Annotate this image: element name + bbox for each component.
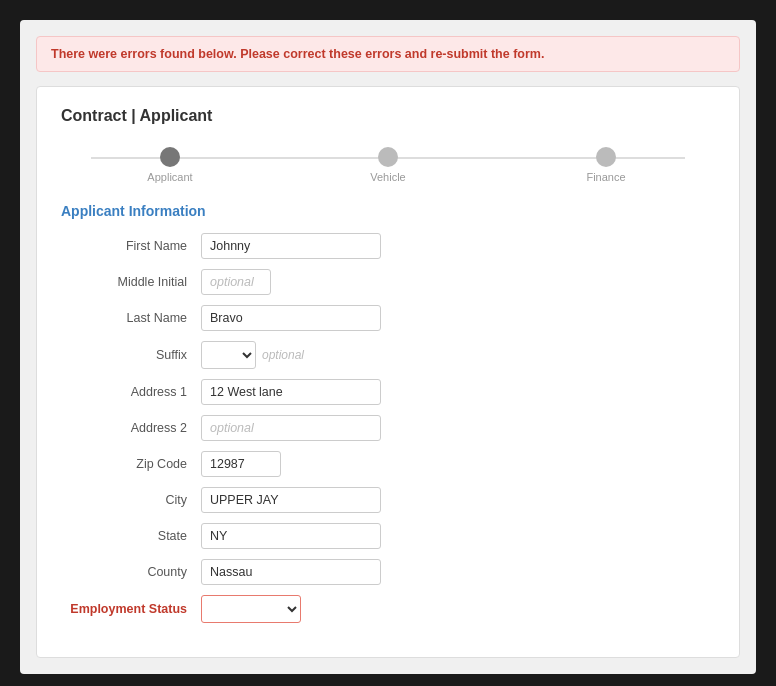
stepper: Applicant Vehicle Finance <box>61 147 715 183</box>
stepper-label-vehicle: Vehicle <box>370 171 405 183</box>
first-name-input[interactable] <box>201 233 381 259</box>
county-label: County <box>61 565 201 579</box>
suffix-row: Suffix Jr Sr II III optional <box>61 341 715 369</box>
state-row: State <box>61 523 715 549</box>
employment-status-select[interactable]: Employed Self-Employed Retired Student O… <box>201 595 301 623</box>
stepper-step-finance: Finance <box>497 147 715 183</box>
card-title-bold: Contract <box>61 107 127 124</box>
stepper-step-vehicle: Vehicle <box>279 147 497 183</box>
stepper-steps: Applicant Vehicle Finance <box>61 147 715 183</box>
zip-row: Zip Code <box>61 451 715 477</box>
middle-initial-label: Middle Initial <box>61 275 201 289</box>
stepper-label-applicant: Applicant <box>147 171 192 183</box>
city-label: City <box>61 493 201 507</box>
address1-input[interactable] <box>201 379 381 405</box>
state-label: State <box>61 529 201 543</box>
address2-row: Address 2 <box>61 415 715 441</box>
county-input[interactable] <box>201 559 381 585</box>
suffix-wrapper: Jr Sr II III optional <box>201 341 304 369</box>
stepper-dot-applicant <box>160 147 180 167</box>
stepper-dot-vehicle <box>378 147 398 167</box>
error-message: There were errors found below. Please co… <box>51 47 544 61</box>
zip-input[interactable] <box>201 451 281 477</box>
state-input[interactable] <box>201 523 381 549</box>
address2-label: Address 2 <box>61 421 201 435</box>
stepper-dot-finance <box>596 147 616 167</box>
suffix-label: Suffix <box>61 348 201 362</box>
card-title-rest: | Applicant <box>127 107 213 124</box>
suffix-select[interactable]: Jr Sr II III <box>201 341 256 369</box>
last-name-label: Last Name <box>61 311 201 325</box>
last-name-input[interactable] <box>201 305 381 331</box>
first-name-row: First Name <box>61 233 715 259</box>
middle-initial-input[interactable] <box>201 269 271 295</box>
city-row: City <box>61 487 715 513</box>
zip-label: Zip Code <box>61 457 201 471</box>
form-card: Contract | Applicant Applicant Vehicle F… <box>36 86 740 658</box>
employment-status-row: Employment Status Employed Self-Employed… <box>61 595 715 623</box>
address1-label: Address 1 <box>61 385 201 399</box>
last-name-row: Last Name <box>61 305 715 331</box>
city-input[interactable] <box>201 487 381 513</box>
card-title: Contract | Applicant <box>61 107 715 129</box>
employment-status-label: Employment Status <box>61 602 201 616</box>
middle-initial-row: Middle Initial <box>61 269 715 295</box>
stepper-label-finance: Finance <box>586 171 625 183</box>
suffix-optional-text: optional <box>262 348 304 362</box>
stepper-step-applicant: Applicant <box>61 147 279 183</box>
address1-row: Address 1 <box>61 379 715 405</box>
page-wrapper: There were errors found below. Please co… <box>20 20 756 674</box>
error-banner: There were errors found below. Please co… <box>36 36 740 72</box>
county-row: County <box>61 559 715 585</box>
address2-input[interactable] <box>201 415 381 441</box>
first-name-label: First Name <box>61 239 201 253</box>
section-title: Applicant Information <box>61 203 715 219</box>
